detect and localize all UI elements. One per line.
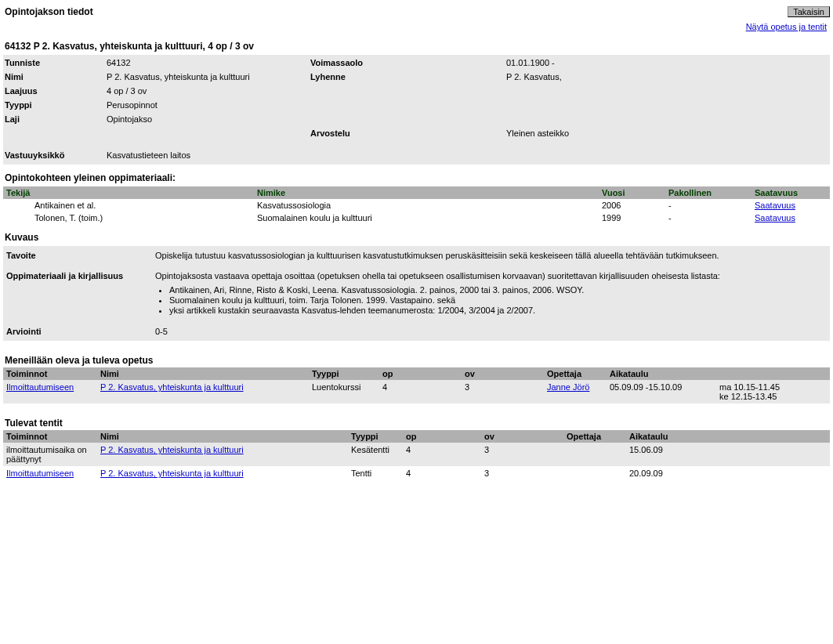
cell-op: 4 [403, 443, 481, 466]
cell-opettaja [563, 466, 626, 480]
teaching-table: Toiminnot Nimi Tyyppi op ov Opettaja Aik… [3, 367, 830, 403]
label-arvostelu: Arvostelu [310, 128, 506, 138]
col-nimi: Nimi [97, 367, 309, 380]
register-closed-text: ilmoittautumisaika on päättynyt [6, 445, 87, 464]
col-aikataulu: Aikataulu [607, 367, 830, 380]
value-tavoite: Opiskelija tutustuu kasvatussosiologian … [155, 251, 827, 260]
back-button[interactable]: Takaisin [788, 6, 830, 17]
value-tyyppi: Perusopinnot [107, 100, 310, 110]
label-laji: Laji [5, 114, 107, 124]
value-voimassaolo: 01.01.1900 - [506, 58, 741, 67]
cell-tyyppi: Luentokurssi [309, 380, 379, 403]
register-link[interactable]: Ilmoittautumiseen [6, 469, 74, 478]
col-nimike: Nimike [254, 186, 599, 199]
col-op: op [403, 430, 481, 443]
col-opettaja: Opettaja [544, 367, 607, 380]
cell-opettaja [563, 443, 626, 466]
description-title: Kuvaus [3, 224, 830, 246]
oppimateriaali-intro: Opintojaksosta vastaava opettaja osoitta… [155, 271, 720, 280]
cell-tyyppi: Tentti [348, 466, 403, 480]
cell-pakollinen: - [665, 199, 752, 212]
cell-aikataulu-dates: 05.09.09 -15.10.09 [607, 380, 716, 403]
table-row: IlmoittautumiseenP 2. Kasvatus, yhteisku… [3, 380, 830, 403]
availability-link[interactable]: Saatavuus [755, 201, 795, 210]
cell-ov: 3 [481, 466, 563, 480]
description-box: Tavoite Opiskelija tutustuu kasvatussosi… [3, 246, 830, 341]
col-opettaja: Opettaja [563, 430, 626, 443]
label-vastuuyksikko: Vastuuyksikkö [5, 143, 107, 160]
value-tunniste: 64132 [107, 58, 310, 67]
cell-pakollinen: - [665, 212, 752, 224]
col-ov: ov [481, 430, 563, 443]
col-saatavuus: Saatavuus [752, 186, 830, 199]
value-lyhenne: P 2. Kasvatus, [506, 72, 741, 81]
table-row: Tolonen, T. (toim.)Suomalainen koulu ja … [3, 212, 830, 224]
cell-op: 4 [379, 380, 462, 403]
cell-nimike: Kasvatussosiologia [254, 199, 599, 212]
label-nimi: Nimi [5, 72, 107, 81]
col-nimi: Nimi [97, 430, 348, 443]
table-row: Antikainen et al.Kasvatussosiologia2006-… [3, 199, 830, 212]
cell-vuosi: 1999 [599, 212, 665, 224]
cell-ov: 3 [462, 380, 544, 403]
col-vuosi: Vuosi [599, 186, 665, 199]
col-aikataulu: Aikataulu [626, 430, 830, 443]
cell-tyyppi: Kesätentti [348, 443, 403, 466]
list-item: Suomalainen koulu ja kulttuuri, toim. Ta… [169, 295, 827, 305]
cell-aikataulu-times: ma 10.15-11.45ke 12.15-13.45 [716, 380, 830, 403]
course-info-box: Tunniste 64132 Voimassaolo 01.01.1900 - … [3, 55, 830, 165]
exams-table: Toiminnot Nimi Tyyppi op ov Opettaja Aik… [3, 430, 830, 480]
label-tavoite: Tavoite [6, 251, 155, 260]
value-oppimateriaali: Opintojaksosta vastaava opettaja osoitta… [155, 271, 827, 316]
col-ov: ov [462, 367, 544, 380]
materials-table: Tekijä Nimike Vuosi Pakollinen Saatavuus… [3, 186, 830, 224]
value-arviointi: 0-5 [155, 327, 827, 336]
table-row: ilmoittautumisaika on päättynytP 2. Kasv… [3, 443, 830, 466]
cell-op: 4 [403, 466, 481, 480]
course-heading: 64132 P 2. Kasvatus, yhteiskunta ja kult… [3, 38, 830, 55]
col-toiminnot: Toiminnot [3, 430, 97, 443]
label-oppimateriaali: Oppimateriaali ja kirjallisuus [6, 271, 155, 316]
show-teaching-link[interactable]: Näytä opetus ja tentit [746, 22, 827, 31]
label-laajuus: Laajuus [5, 86, 107, 96]
value-laajuus: 4 op / 3 ov [107, 86, 310, 96]
cell-aikataulu: 15.06.09 [626, 443, 830, 466]
exams-title: Tulevat tentit [3, 403, 830, 430]
course-name-link[interactable]: P 2. Kasvatus, yhteiskunta ja kulttuuri [100, 382, 244, 392]
list-item: yksi artikkeli kustakin seuraavasta Kasv… [169, 306, 827, 315]
col-pakollinen: Pakollinen [665, 186, 752, 199]
table-row: IlmoittautumiseenP 2. Kasvatus, yhteisku… [3, 466, 830, 480]
label-arviointi: Arviointi [6, 327, 155, 336]
course-name-link[interactable]: P 2. Kasvatus, yhteiskunta ja kulttuuri [100, 445, 244, 454]
page-title: Opintojakson tiedot [3, 3, 95, 20]
list-item: Antikainen, Ari, Rinne, Risto & Koski, L… [169, 285, 827, 295]
course-name-link[interactable]: P 2. Kasvatus, yhteiskunta ja kulttuuri [100, 469, 244, 478]
teacher-link[interactable]: Janne Jörö [547, 382, 589, 392]
value-vastuuyksikko: Kasvatustieteen laitos [107, 143, 310, 160]
materials-title: Opintokohteen yleinen oppimateriaali: [3, 165, 830, 186]
col-tekija: Tekijä [3, 186, 254, 199]
label-tyyppi: Tyyppi [5, 100, 107, 110]
col-tyyppi: Tyyppi [348, 430, 403, 443]
label-voimassaolo: Voimassaolo [310, 58, 506, 67]
label-lyhenne: Lyhenne [310, 72, 506, 81]
cell-ov: 3 [481, 443, 563, 466]
value-laji: Opintojakso [107, 114, 310, 124]
cell-vuosi: 2006 [599, 199, 665, 212]
cell-tekija: Tolonen, T. (toim.) [3, 212, 254, 224]
register-link[interactable]: Ilmoittautumiseen [6, 382, 74, 392]
availability-link[interactable]: Saatavuus [755, 213, 795, 223]
value-nimi: P 2. Kasvatus, yhteiskunta ja kulttuuri [107, 72, 310, 81]
label-tunniste: Tunniste [5, 58, 107, 67]
cell-aikataulu: 20.09.09 [626, 466, 830, 480]
col-op: op [379, 367, 462, 380]
cell-nimike: Suomalainen koulu ja kulttuuri [254, 212, 599, 224]
teaching-title: Meneillään oleva ja tuleva opetus [3, 341, 830, 367]
col-tyyppi: Tyyppi [309, 367, 379, 380]
cell-tekija: Antikainen et al. [3, 199, 254, 212]
value-arvostelu: Yleinen asteikko [506, 128, 741, 138]
col-toiminnot: Toiminnot [3, 367, 97, 380]
